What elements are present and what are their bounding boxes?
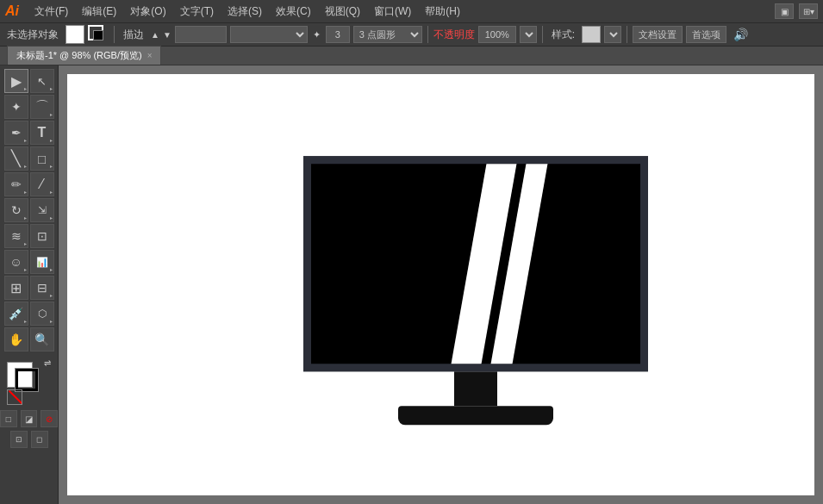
fullscreen-sym: ◻ [36,435,42,444]
menu-type[interactable]: 文字(T) [173,0,221,22]
stroke-display [175,26,227,43]
workspace-icon[interactable]: ⊞▾ [799,3,818,19]
bottom-icons: □ ◪ ⊘ [0,410,58,427]
eyedropper-tool[interactable]: 💉 ▸ [4,302,28,326]
eyedropper-icon: 💉 [9,307,23,320]
screen-mode-icon[interactable]: ⊡ [10,431,28,448]
none-swatch[interactable] [7,389,22,405]
stroke-swatch-container [88,25,109,44]
line-icon: ╲ [11,149,21,168]
symbol-icon: ☺ [9,255,22,269]
fill-swatch-small[interactable] [93,30,103,40]
warp-tool[interactable]: ≋ ▸ [4,224,28,248]
menu-select[interactable]: 选择(S) [221,0,269,22]
graph-tool[interactable]: 📊 ▸ [30,250,54,274]
menu-window[interactable]: 窗口(W) [367,0,418,22]
hand-tool[interactable]: ✋ [4,327,28,352]
blend-tool[interactable]: ⬡ ▸ [30,302,54,326]
stroke-down-arrow[interactable]: ▼ [163,30,171,40]
arrange-icon[interactable]: ▣ [775,3,794,19]
scale-icon: ⇲ [38,204,47,216]
pen-icon: ✒ [11,126,22,140]
prefs-button[interactable]: 首选项 [686,26,726,43]
mask-icon: ◪ [25,414,33,424]
menu-edit[interactable]: 编辑(E) [75,0,123,22]
tab-bar: 未标题-1* @ 98% (RGB/预览) × [0,47,823,65]
monitor-screen [311,164,640,364]
menu-help[interactable]: 帮助(H) [418,0,467,22]
speaker-icon[interactable]: 🔊 [733,28,748,41]
menu-view[interactable]: 视图(Q) [318,0,367,22]
shape-tool[interactable]: □ ▸ [30,146,54,171]
line-tool[interactable]: ╲ ▸ [4,146,28,171]
menu-right-icons: ▣ ⊞▾ [775,3,818,19]
menu-effect[interactable]: 效果(C) [269,0,318,22]
pen-tool[interactable]: ✒ ▸ [4,121,28,145]
stroke-value-text [179,28,189,41]
normal-mode-icon[interactable]: □ [0,410,17,427]
tab-close-button[interactable]: × [147,51,153,60]
corner-arrow12: ▸ [24,240,27,246]
fullscreen-icon[interactable]: ◻ [31,431,48,448]
pencil-tool[interactable]: ∕ ▸ [30,172,54,196]
artboard-tool[interactable]: ⊞ [4,276,28,300]
canvas-area[interactable] [59,65,823,504]
document-tab[interactable]: 未标题-1* @ 98% (RGB/预览) × [7,46,161,65]
symbol-tool[interactable]: ☺ ▸ [4,250,28,274]
select-tool[interactable]: ▶ ▸ [4,69,28,93]
menu-file[interactable]: 文件(F) [28,0,75,22]
tool-row-11: ✋ 🔍 [0,327,58,352]
stroke-up-arrow[interactable]: ▲ [151,30,159,40]
pattern-icon: ⊘ [46,414,53,424]
swap-colors-button[interactable]: ⇌ [44,358,51,368]
menu-object[interactable]: 对象(O) [123,0,172,22]
slice-tool[interactable]: ⊟ ▸ [30,276,54,300]
tool-row-3: ✒ ▸ T ▸ [0,121,58,145]
toolbar: 未选择对象 描边 ▲ ▼ ✦ 3 点圆形 不透明度 ▾ 样式: ▾ 文档设置 首… [0,22,823,47]
style-select[interactable]: ▾ [604,26,621,43]
app-logo: Ai [5,3,19,19]
direct-select-tool[interactable]: ↖ ▸ [30,69,54,93]
free-transform-tool[interactable]: ⊡ [30,224,54,248]
zoom-tool[interactable]: 🔍 [30,327,54,352]
style-swatch[interactable] [582,26,601,43]
stroke-color-swatch[interactable] [16,369,38,391]
slice-icon: ⊟ [37,281,47,295]
corner-arrow10: ▸ [24,215,27,221]
left-toolbar: ▶ ▸ ↖ ▸ ✦ ⌒ ▸ ✒ ▸ T [0,65,59,504]
sep2 [427,26,428,43]
corner-arrow2: ▸ [50,85,53,91]
mask-mode-icon[interactable]: ◪ [21,410,38,427]
paintbrush-tool[interactable]: ✏ ▸ [4,172,28,196]
pattern-mode-icon[interactable]: ⊘ [41,410,58,427]
blend-icon: ⬡ [38,308,47,320]
size-prefix: ✦ [311,29,322,40]
corner-arrow: ▸ [24,85,27,91]
magic-wand-tool[interactable]: ✦ [4,95,28,119]
tool-row-10: 💉 ▸ ⬡ ▸ [0,302,58,326]
direct-select-icon: ↖ [37,75,47,88]
corner-arrow8: ▸ [24,189,27,195]
paintbrush-icon: ✏ [11,177,22,191]
no-selection-label: 未选择对象 [3,28,62,42]
zoom-icon: 🔍 [34,333,49,346]
document-canvas [67,74,814,495]
opacity-input[interactable] [478,26,516,43]
type-tool[interactable]: T ▸ [30,121,54,145]
corner-arrow5: ▸ [50,137,53,143]
stroke-style-select[interactable] [230,26,308,43]
rotate-tool[interactable]: ↻ ▸ [4,198,28,222]
shape-select[interactable]: 3 点圆形 [353,26,422,43]
scale-tool[interactable]: ⇲ ▸ [30,198,54,222]
opacity-select[interactable]: ▾ [520,26,537,43]
lasso-tool[interactable]: ⌒ ▸ [30,95,54,119]
corner-arrow3: ▸ [50,111,53,117]
color-swatches: ⇌ [0,358,58,407]
main-area: ▶ ▸ ↖ ▸ ✦ ⌒ ▸ ✒ ▸ T [0,65,823,504]
free-transform-icon: ⊡ [37,229,47,243]
fill-swatch[interactable] [65,25,84,44]
doc-settings-button[interactable]: 文档设置 [633,26,683,43]
size-input[interactable] [326,26,350,43]
monitor-stand-neck [454,371,497,406]
corner-arrow14: ▸ [50,266,53,272]
